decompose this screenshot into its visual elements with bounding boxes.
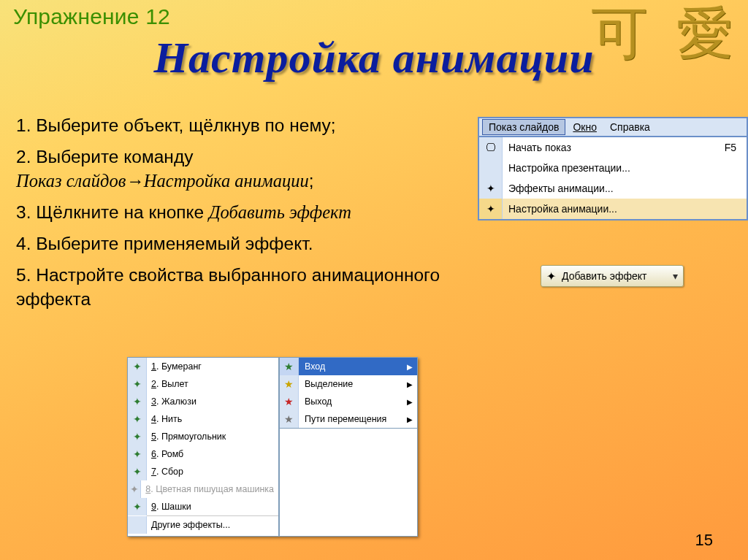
menubar: Показ слайдов Окно Справка bbox=[478, 117, 748, 137]
menu-item-animation-effects[interactable]: ✦ Эффекты анимации... bbox=[479, 178, 747, 199]
star-icon: ✦ bbox=[128, 498, 147, 515]
effect-item-1[interactable]: ✦ 1. Бумеранг bbox=[128, 358, 278, 375]
effect-item-more[interactable]: Другие эффекты... bbox=[128, 516, 278, 534]
effect-item-2[interactable]: ✦ 2. Вылет bbox=[128, 375, 278, 393]
category-entrance[interactable]: ★ Вход ▶ bbox=[280, 358, 417, 375]
star-icon: ✦ bbox=[541, 269, 560, 283]
page-number: 15 bbox=[695, 531, 713, 550]
star-icon: ✦ bbox=[128, 445, 147, 463]
star-icon: ✦ bbox=[128, 428, 147, 445]
blank-icon bbox=[128, 516, 147, 534]
exercise-label: Упражнение 12 bbox=[13, 4, 170, 29]
effect-item-4[interactable]: ✦ 4. Нить bbox=[128, 410, 278, 428]
presentation-icon: 🖵 bbox=[479, 137, 503, 158]
effect-item-9[interactable]: ✦ 9. Шашки bbox=[128, 498, 278, 515]
page-title: Настройка анимации bbox=[0, 33, 748, 83]
chevron-right-icon: ▶ bbox=[407, 398, 417, 406]
step-4: 4. Выберите применяемый эффект. bbox=[16, 231, 462, 256]
category-menu: ★ Вход ▶ ★ Выделение ▶ ★ Выход ▶ ★ Пути … bbox=[279, 357, 418, 429]
star-icon: ✦ bbox=[128, 410, 147, 428]
chevron-right-icon: ▶ bbox=[407, 380, 417, 388]
star-icon: ✦ bbox=[128, 358, 147, 375]
star-icon: ✦ bbox=[479, 178, 503, 199]
menu-dropdown: 🖵 Начать показ F5 Настройка презентации.… bbox=[478, 137, 748, 220]
effect-item-8-disabled: ✦ 8. Цветная пишущая машинка bbox=[128, 480, 278, 498]
add-effect-label: Добавить эффект bbox=[560, 270, 667, 282]
chevron-down-icon: ▾ bbox=[667, 270, 683, 282]
effect-item-3[interactable]: ✦ 3. Жалюзи bbox=[128, 393, 278, 410]
menubar-item-window[interactable]: Окно bbox=[567, 120, 603, 134]
star-icon: ✦ bbox=[128, 480, 141, 498]
step-5: 5. Настройте свойства выбранного анимаци… bbox=[16, 263, 462, 311]
category-column: ★ Вход ▶ ★ Выделение ▶ ★ Выход ▶ ★ Пути … bbox=[279, 357, 418, 537]
star-settings-icon: ✦ bbox=[479, 199, 503, 219]
category-exit[interactable]: ★ Выход ▶ bbox=[280, 393, 417, 410]
effects-list: ✦ 1. Бумеранг ✦ 2. Вылет ✦ 3. Жалюзи ✦ 4… bbox=[127, 357, 279, 537]
chevron-right-icon: ▶ bbox=[407, 363, 417, 371]
star-icon: ✦ bbox=[128, 375, 147, 393]
menu-item-start-show[interactable]: 🖵 Начать показ F5 bbox=[479, 137, 747, 158]
category-motion-paths[interactable]: ★ Пути перемещения ▶ bbox=[280, 410, 417, 428]
powerpoint-menu: Показ слайдов Окно Справка 🖵 Начать пока… bbox=[478, 117, 748, 220]
menubar-item-slideshow[interactable]: Показ слайдов bbox=[482, 119, 565, 135]
step-3: 3. Щёлкните на кнопке Добавить эффект bbox=[16, 200, 462, 224]
step-1: 1. Выберите объект, щёлкнув по нему; bbox=[16, 113, 462, 137]
effect-item-5[interactable]: ✦ 5. Прямоугольник bbox=[128, 428, 278, 445]
effects-panel: ✦ 1. Бумеранг ✦ 2. Вылет ✦ 3. Жалюзи ✦ 4… bbox=[127, 357, 418, 537]
star-yellow-icon: ★ bbox=[280, 375, 299, 393]
menu-item-custom-animation[interactable]: ✦ Настройка анимации... bbox=[479, 199, 747, 219]
effect-item-7[interactable]: ✦ 7. Сбор bbox=[128, 463, 278, 480]
star-icon: ✦ bbox=[128, 393, 147, 410]
blank-icon bbox=[479, 158, 503, 178]
effect-item-6[interactable]: ✦ 6. Ромб bbox=[128, 445, 278, 463]
category-emphasis[interactable]: ★ Выделение ▶ bbox=[280, 375, 417, 393]
slide: Упражнение 12 可 愛 Настройка анимации 1. … bbox=[0, 0, 748, 560]
chevron-right-icon: ▶ bbox=[407, 415, 417, 423]
add-effect-button[interactable]: ✦ Добавить эффект ▾ bbox=[541, 265, 684, 287]
menubar-item-help[interactable]: Справка bbox=[604, 120, 656, 134]
menu-item-setup-presentation[interactable]: Настройка презентации... bbox=[479, 158, 747, 178]
step-2: 2. Выберите команду Показ слайдов→Настро… bbox=[16, 145, 462, 193]
star-grey-icon: ★ bbox=[280, 410, 299, 428]
star-icon: ✦ bbox=[128, 463, 147, 480]
steps-list: 1. Выберите объект, щёлкнув по нему; 2. … bbox=[16, 113, 462, 318]
star-red-icon: ★ bbox=[280, 393, 299, 410]
submenu-placeholder bbox=[279, 429, 418, 537]
star-green-icon: ★ bbox=[280, 358, 299, 375]
